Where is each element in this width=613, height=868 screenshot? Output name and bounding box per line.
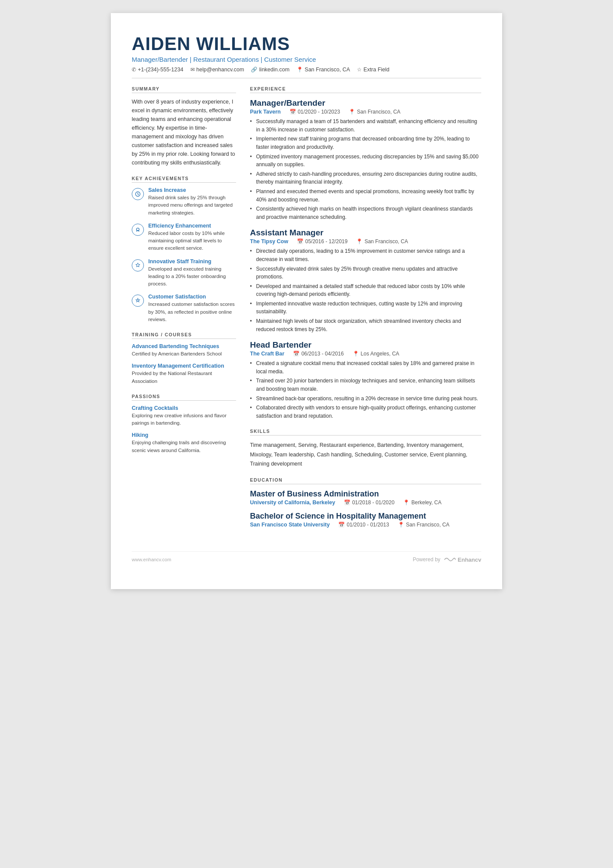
training-item: Inventory Management Certification Provi… <box>132 363 236 385</box>
contact-linkedin: 🔗 linkedin.com <box>251 67 289 73</box>
achievement-item: Sales Increase Raised drink sales by 25%… <box>132 187 236 217</box>
footer-url: www.enhancv.com <box>132 557 171 562</box>
location-icon: 📍 <box>297 67 303 73</box>
edu-dates: 📅 01/2010 - 01/2013 <box>338 522 389 528</box>
bullet-item: Created a signature cocktail menu that i… <box>250 359 481 375</box>
job-meta: The Craft Bar 📅 06/2013 - 04/2016 📍 Los … <box>250 351 481 357</box>
passion-item: Crafting Cocktails Exploring new creativ… <box>132 405 236 427</box>
edu-degree: Master of Business Administration <box>250 489 481 499</box>
achievement-item: Innovative Staff Training Developed and … <box>132 258 236 288</box>
training-desc: Provided by the National Restaurant Asso… <box>132 370 236 385</box>
summary-text: With over 8 years of industry experience… <box>132 97 236 167</box>
job-company: The Craft Bar <box>250 351 284 357</box>
enhancv-brand-name: Enhancv <box>458 556 481 563</box>
bullet-item: Optimized inventory management processes… <box>250 153 481 169</box>
calendar-icon: 📅 <box>344 499 350 506</box>
achievement-content: Innovative Staff Training Developed and … <box>148 258 236 288</box>
achievement-icon-training <box>132 259 144 271</box>
achievement-title: Sales Increase <box>148 187 236 193</box>
calendar-icon: 📅 <box>338 522 345 528</box>
education-item-2: Bachelor of Science in Hospitality Manag… <box>250 512 481 528</box>
experience-job-2: Assistant Manager The Tipsy Cow 📅 05/201… <box>250 228 481 333</box>
contact-extra: ☆ Extra Field <box>357 67 390 73</box>
candidate-title: Manager/Bartender | Restaurant Operation… <box>132 56 481 63</box>
right-column: EXPERIENCE Manager/Bartender Park Tavern… <box>250 86 481 534</box>
page-footer: www.enhancv.com Powered by Enhancv <box>132 551 481 563</box>
achievement-icon-efficiency <box>132 224 144 236</box>
passion-title: Hiking <box>132 432 236 438</box>
bullet-item: Implemented innovative waste reduction t… <box>250 300 481 316</box>
job-company: Park Tavern <box>250 109 281 115</box>
passion-title: Crafting Cocktails <box>132 405 236 411</box>
candidate-name: AIDEN WILLIAMS <box>132 34 481 54</box>
job-meta: The Tipsy Cow 📅 05/2016 - 12/2019 📍 San … <box>250 238 481 245</box>
training-desc: Certified by American Bartenders School <box>132 350 236 358</box>
achievement-desc: Raised drink sales by 25% through improv… <box>148 194 236 217</box>
contact-email: ✉ help@enhancv.com <box>190 67 244 73</box>
contact-location: 📍 San Francisco, CA <box>297 67 350 73</box>
training-title: Inventory Management Certification <box>132 363 236 369</box>
achievement-content: Efficiency Enhancement Reduced labor cos… <box>148 223 236 252</box>
bullet-item: Implemented new staff training programs … <box>250 135 481 151</box>
pin-icon: 📍 <box>403 499 410 506</box>
skills-text: Time management, Serving, Restaurant exp… <box>250 441 481 469</box>
star-icon: ☆ <box>357 67 362 73</box>
job-dates: 📅 05/2016 - 12/2019 <box>297 238 347 245</box>
enhancv-logo: Enhancv <box>444 556 481 563</box>
contact-phone: ✆ +1-(234)-555-1234 <box>132 67 183 73</box>
edu-location: 📍 San Francisco, CA <box>398 522 450 528</box>
job-location: 📍 San Francisco, CA <box>356 238 408 245</box>
pin-icon: 📍 <box>398 522 404 528</box>
bullet-item: Successfully managed a team of 15 barten… <box>250 117 481 134</box>
bullet-item: Directed daily operations, leading to a … <box>250 247 481 263</box>
calendar-icon: 📅 <box>293 351 300 357</box>
achievement-desc: Reduced labor costs by 10% while maintai… <box>148 230 236 252</box>
job-bullets: Successfully managed a team of 15 barten… <box>250 117 481 221</box>
job-title: Manager/Bartender <box>250 98 481 108</box>
summary-section-title: SUMMARY <box>132 86 236 93</box>
bullet-item: Consistently achieved high marks on heal… <box>250 205 481 221</box>
achievement-icon-satisfaction <box>132 295 144 307</box>
education-section-title: EDUCATION <box>250 477 481 484</box>
edu-meta: University of California, Berkeley 📅 01/… <box>250 499 481 506</box>
linkedin-icon: 🔗 <box>251 67 257 73</box>
contact-row: ✆ +1-(234)-555-1234 ✉ help@enhancv.com 🔗… <box>132 67 481 78</box>
powered-by-label: Powered by <box>413 556 440 563</box>
left-column: SUMMARY With over 8 years of industry ex… <box>132 86 236 534</box>
bullet-item: Successfully elevated drink sales by 25%… <box>250 265 481 281</box>
edu-meta: San Francisco State University 📅 01/2010… <box>250 522 481 528</box>
achievement-content: Sales Increase Raised drink sales by 25%… <box>148 187 236 217</box>
achievements-section-title: KEY ACHIEVEMENTS <box>132 176 236 183</box>
resume-page: AIDEN WILLIAMS Manager/Bartender | Resta… <box>111 13 502 589</box>
phone-icon: ✆ <box>132 67 136 73</box>
job-dates: 📅 01/2020 - 10/2023 <box>290 109 340 115</box>
edu-dates: 📅 01/2018 - 01/2020 <box>344 499 394 506</box>
job-title: Assistant Manager <box>250 228 481 238</box>
job-meta: Park Tavern 📅 01/2020 - 10/2023 📍 San Fr… <box>250 109 481 115</box>
training-item: Advanced Bartending Techniques Certified… <box>132 343 236 358</box>
achievement-desc: Developed and executed training leading … <box>148 265 236 288</box>
bullet-item: Developed and maintained a detailed staf… <box>250 282 481 298</box>
bullet-item: Trained over 20 junior bartenders in mix… <box>250 377 481 393</box>
calendar-icon: 📅 <box>290 109 296 115</box>
experience-section-title: EXPERIENCE <box>250 86 481 93</box>
footer-brand: Powered by Enhancv <box>413 556 481 563</box>
bullet-item: Streamlined back-bar operations, resulti… <box>250 395 481 403</box>
achievement-title: Efficiency Enhancement <box>148 223 236 229</box>
calendar-icon: 📅 <box>297 238 303 245</box>
achievement-item: Efficiency Enhancement Reduced labor cos… <box>132 223 236 252</box>
pin-icon: 📍 <box>349 109 355 115</box>
job-dates: 📅 06/2013 - 04/2016 <box>293 351 343 357</box>
pin-icon: 📍 <box>356 238 363 245</box>
bullet-item: Maintained high levels of bar stock orga… <box>250 317 481 333</box>
job-bullets: Directed daily operations, leading to a … <box>250 247 481 333</box>
enhancv-logo-icon <box>444 556 456 563</box>
job-title: Head Bartender <box>250 340 481 350</box>
edu-location: 📍 Berkeley, CA <box>403 499 441 506</box>
achievement-item: Customer Satisfaction Increased customer… <box>132 294 236 323</box>
achievement-title: Innovative Staff Training <box>148 258 236 265</box>
passion-item: Hiking Enjoying challenging trails and d… <box>132 432 236 454</box>
job-location: 📍 Los Angeles, CA <box>353 351 400 357</box>
achievement-desc: Increased customer satisfaction scores b… <box>148 301 236 323</box>
job-bullets: Created a signature cocktail menu that i… <box>250 359 481 420</box>
